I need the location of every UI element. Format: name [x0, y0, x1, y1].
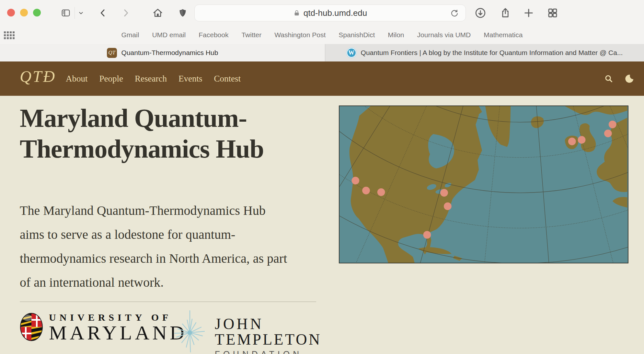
plus-icon — [523, 7, 535, 19]
intro-line: of an international network. — [20, 271, 287, 294]
page-main: Maryland Quantum- Thermodynamics Hub The… — [0, 96, 644, 354]
intro-line: aims to serve as a lodestone for quantum… — [20, 223, 287, 247]
sidebar-menu-button[interactable] — [76, 0, 86, 26]
home-icon — [152, 7, 163, 18]
world-map-svg — [339, 106, 628, 263]
forward-arrow-icon — [121, 8, 131, 18]
reload-button[interactable] — [448, 8, 461, 19]
templeton-logo-text: JOHN TEMPLETON FOUNDATION — [215, 316, 321, 354]
back-arrow-icon — [98, 8, 108, 18]
templeton-starburst-icon — [169, 309, 211, 354]
lock-icon — [293, 9, 300, 17]
fullscreen-window-button[interactable] — [33, 9, 41, 17]
site-header: QTÐ About People Research Events Contest — [0, 61, 644, 96]
tab-overview-button[interactable] — [546, 0, 560, 26]
nav-research[interactable]: Research — [135, 74, 167, 84]
site-logo[interactable]: QTÐ — [20, 67, 56, 86]
tab-overview-grid-icon — [547, 7, 558, 19]
page-title-line1: Maryland Quantum- — [20, 103, 264, 134]
forward-button[interactable] — [120, 0, 132, 26]
templeton-line1: JOHN — [215, 316, 321, 331]
downloads-button[interactable] — [473, 0, 488, 26]
new-tab-button[interactable] — [522, 0, 536, 26]
tab-quantum-frontiers[interactable]: W Quantum Frontiers | A blog by the Inst… — [325, 44, 644, 61]
templeton-logo: JOHN TEMPLETON FOUNDATION — [169, 309, 321, 354]
share-icon — [500, 7, 511, 19]
bookmark-mathematica[interactable]: Mathematica — [484, 31, 523, 39]
address-bar-content: qtd-hub.umd.edu — [293, 8, 367, 18]
frequently-visited-icon[interactable] — [4, 31, 15, 39]
tab-title: Quantum Frontiers | A blog by the Instit… — [361, 49, 623, 57]
close-window-button[interactable] — [7, 9, 15, 17]
templeton-line3: FOUNDATION — [215, 348, 321, 354]
sponsor-logos: UNIVERSITY OF MARYLAND — [20, 309, 316, 354]
browser-toolbar: qtd-hub.umd.edu — [0, 0, 644, 26]
bookmark-washington-post[interactable]: Washington Post — [274, 31, 326, 39]
url-text: qtd-hub.umd.edu — [304, 8, 367, 18]
reload-icon — [450, 9, 459, 18]
bookmark-journals-via-umd[interactable]: Journals via UMD — [417, 31, 471, 39]
sidebar-toggle-button[interactable] — [59, 0, 72, 26]
page-title: Maryland Quantum- Thermodynamics Hub — [20, 103, 264, 164]
address-bar[interactable]: qtd-hub.umd.edu — [194, 5, 466, 21]
minimize-window-button[interactable] — [20, 9, 28, 17]
sidebar-icon — [60, 8, 71, 18]
nav-contest[interactable]: Contest — [214, 74, 241, 84]
tab-title: Quantum-Thermodynamics Hub — [121, 49, 218, 57]
site-header-icons — [604, 61, 634, 96]
back-button[interactable] — [97, 0, 109, 26]
tab-bar: QT Quantum-Thermodynamics Hub W Quantum … — [0, 44, 644, 61]
download-icon — [475, 7, 486, 19]
umd-line2: MARYLAND — [49, 324, 187, 341]
umd-line1: UNIVERSITY OF — [49, 313, 187, 322]
toolbar-divider — [75, 7, 75, 19]
page-title-line2: Thermodynamics Hub — [20, 134, 264, 164]
network-map-image — [339, 105, 628, 263]
shield-icon — [178, 8, 188, 18]
bookmark-gmail[interactable]: Gmail — [121, 31, 139, 39]
qt-favicon: QT — [107, 48, 117, 58]
umd-globe-icon — [20, 313, 43, 341]
bookmark-twitter[interactable]: Twitter — [241, 31, 261, 39]
browser-window: qtd-hub.umd.edu — [0, 0, 644, 354]
templeton-line2: TEMPLETON — [215, 331, 321, 348]
umd-logo-text: UNIVERSITY OF MARYLAND — [49, 313, 187, 341]
bookmark-milon[interactable]: Milon — [388, 31, 404, 39]
nav-events[interactable]: Events — [178, 74, 202, 84]
home-button[interactable] — [151, 0, 165, 26]
nav-about[interactable]: About — [66, 74, 88, 84]
bookmarks-bar: Gmail UMD email Facebook Twitter Washing… — [0, 26, 644, 44]
intro-line: thermodynamics research in North America… — [20, 247, 287, 271]
chevron-down-icon — [77, 9, 85, 17]
content-divider — [20, 302, 316, 302]
bookmark-spanishdict[interactable]: SpanishDict — [339, 31, 375, 39]
search-icon[interactable] — [604, 74, 614, 83]
wordpress-favicon: W — [347, 48, 356, 58]
intro-paragraph: The Maryland Quantum-Thermodynamics Hub … — [20, 199, 287, 294]
privacy-report-button[interactable] — [176, 0, 189, 26]
dark-mode-moon-icon[interactable] — [625, 74, 634, 83]
tab-quantum-thermodynamics-hub[interactable]: QT Quantum-Thermodynamics Hub — [0, 44, 325, 61]
nav-people[interactable]: People — [99, 74, 123, 84]
umd-logo: UNIVERSITY OF MARYLAND — [20, 313, 187, 341]
intro-line: The Maryland Quantum-Thermodynamics Hub — [20, 199, 287, 223]
site-nav: About People Research Events Contest — [66, 61, 241, 96]
bookmark-facebook[interactable]: Facebook — [199, 31, 228, 39]
share-button[interactable] — [498, 0, 512, 26]
bookmark-umd-email[interactable]: UMD email — [152, 31, 186, 39]
